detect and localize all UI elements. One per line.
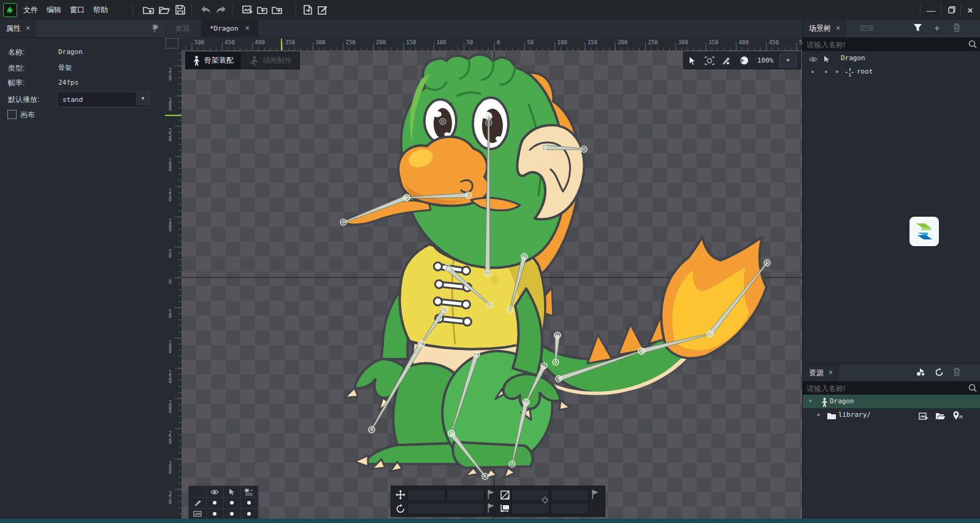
standing-person-icon [193,56,200,66]
close-icon[interactable]: × [26,24,30,33]
scene-node-root[interactable]: ▶ root [803,65,980,79]
new-project-button[interactable] [141,2,156,17]
canvas-toolbar: 100% ▼ [683,52,801,69]
properties-panel-header: 属性× [0,20,164,38]
toggle-dot[interactable] [240,508,258,519]
transform-toolbar [391,486,605,517]
export-folder-button[interactable] [270,2,285,17]
flag-icon[interactable] [488,489,496,499]
redo-button[interactable] [213,2,228,17]
trash-icon[interactable] [951,366,962,378]
translate-icon [395,489,406,500]
eye-icon[interactable] [206,486,224,498]
svg-text:50: 50 [169,249,172,259]
toggle-dot[interactable] [206,508,224,519]
add-node-icon[interactable]: + [932,22,943,33]
search-icon[interactable] [968,40,977,50]
framerate-label: 帧率: [8,77,25,89]
svg-text:150: 150 [588,39,597,45]
flag-icon[interactable] [488,503,496,513]
toggle-dot[interactable] [240,497,258,509]
pin-panel-icon[interactable] [147,21,162,36]
add-image-icon[interactable] [918,411,929,422]
create-bone-tool[interactable] [718,52,735,69]
expand-icon[interactable]: ▶ [817,408,821,422]
divider [191,4,192,16]
search-icon[interactable] [968,384,977,394]
tab-resources[interactable]: 资源× [803,364,839,382]
toggle-dot[interactable] [223,497,241,509]
position-x-field[interactable] [407,489,445,501]
cursor-icon[interactable] [223,486,241,498]
svg-text:350: 350 [708,39,718,45]
transform-tool[interactable] [701,52,718,69]
resource-item-library[interactable]: ▶ library/ R [803,408,980,422]
close-icon[interactable]: × [836,24,840,33]
save-button[interactable] [173,2,188,17]
scale-y-field[interactable] [551,489,589,501]
display-mode-icon[interactable] [735,52,752,69]
restore-button[interactable] [942,0,962,20]
ruler-horizontal: 5004504003503002502001501005005010015020… [182,37,802,51]
scene-search-row [803,37,980,52]
edit-document-button[interactable] [315,2,330,17]
add-resource-icon[interactable] [916,366,927,378]
select-tool[interactable] [684,52,701,69]
tab-hierarchy[interactable]: 层级 [853,20,880,37]
svg-text:200: 200 [618,39,627,45]
layer-settings-icon[interactable] [240,486,258,498]
zoom-dropdown[interactable]: ▼ [779,53,797,68]
pin-location-r-icon[interactable]: R [952,410,963,421]
mode-rigging[interactable]: 骨架装配 [186,52,241,69]
resource-item-dragon[interactable]: ▼ Dragon [803,395,980,408]
filter-icon[interactable] [912,22,923,33]
open-project-button[interactable] [157,2,172,17]
import-folder-button[interactable] [255,2,270,17]
toggle-dot[interactable] [206,497,224,509]
scene-node-dragon[interactable]: Dragon [803,52,980,65]
property-row: 画布 [0,109,164,121]
dragon-artwork[interactable] [343,55,767,479]
menu-help[interactable]: 帮助 [86,0,115,20]
export-file-button[interactable] [301,2,315,17]
trash-icon[interactable] [951,22,962,33]
divider [132,4,133,16]
ruler-vertical: 3503002502001501005005010015020025030035… [164,50,182,523]
bone-row-icon [189,497,207,509]
collapse-icon[interactable]: ▼ [809,395,812,408]
canvas-viewport[interactable]: 骨架装配 动画制作 [182,50,802,519]
undo-button[interactable] [199,2,213,17]
svg-text:350: 350 [169,491,172,505]
divider [920,4,921,16]
toggle-dot[interactable] [223,508,241,519]
tab-welcome[interactable]: 欢迎 [167,20,199,37]
close-button[interactable]: × [960,0,980,20]
canvas-checkbox-label: 画布 [20,109,35,121]
tab-properties[interactable]: 属性× [0,20,36,37]
eye-icon[interactable] [808,53,819,64]
mode-animation[interactable]: 动画制作 [241,52,299,69]
rotation-field[interactable] [407,503,484,514]
minimize-button[interactable]: — [921,0,941,20]
canvas-checkbox[interactable] [7,110,17,119]
svg-text:200: 200 [169,158,172,172]
svg-text:450: 450 [224,39,234,45]
close-icon[interactable]: × [245,24,250,33]
refresh-icon[interactable] [933,366,944,378]
scene-search-input[interactable] [805,37,961,52]
tab-scene-tree[interactable]: 场景树× [803,20,846,37]
app-logo-icon [3,3,17,17]
close-icon[interactable]: × [829,368,833,377]
flag-icon[interactable] [592,489,600,499]
divider [941,4,941,16]
height-field[interactable] [551,503,589,514]
expand-icon[interactable]: ▶ [836,65,839,79]
position-y-field[interactable] [446,489,484,501]
default-play-dropdown[interactable]: stand ▼ [57,91,150,107]
resources-search-input[interactable] [805,381,961,396]
open-folder-icon[interactable] [935,411,946,422]
cursor-icon[interactable] [821,53,832,64]
import-image-button[interactable] [240,2,255,17]
tab-dragon[interactable]: *Dragon × [201,20,258,37]
chevron-down-icon[interactable]: ▼ [136,92,150,106]
